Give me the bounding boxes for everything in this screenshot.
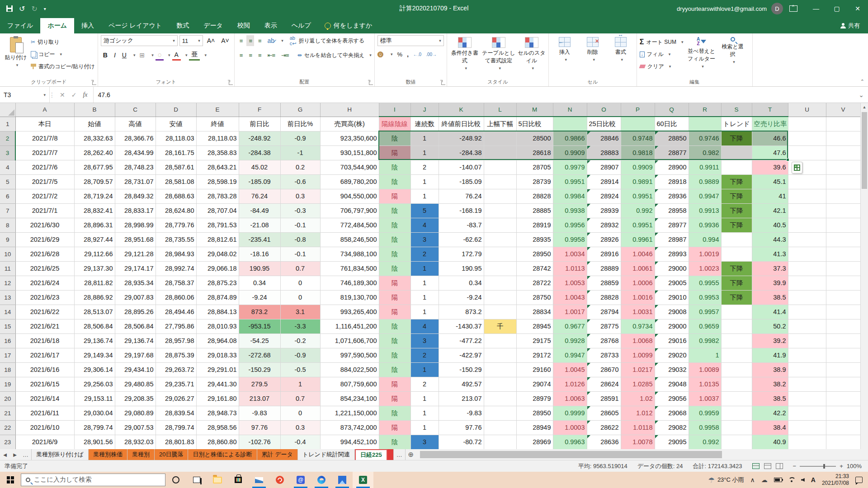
copy-button[interactable]: コピー ▾ <box>31 49 95 59</box>
cell-M13[interactable]: 28750 <box>516 290 553 305</box>
cell-V14[interactable] <box>826 305 860 319</box>
cell-E3[interactable]: 28,358.83 <box>196 145 239 160</box>
cell-J1[interactable]: 連続数 <box>410 117 439 131</box>
cell-D4[interactable]: 28,587.61 <box>156 160 196 174</box>
cell-U3[interactable] <box>788 145 826 160</box>
cell-C4[interactable]: 28,748.23 <box>115 160 156 174</box>
column-header-O[interactable]: O <box>587 103 621 117</box>
cell-Q20[interactable]: 29056 <box>655 391 689 406</box>
cell-L18[interactable] <box>484 362 516 377</box>
cell-B5[interactable]: 28,709.57 <box>74 174 115 189</box>
cell-L22[interactable] <box>484 420 516 435</box>
decrease-font-icon[interactable]: A˅ <box>219 35 231 46</box>
cell-K4[interactable]: -140.07 <box>439 160 484 174</box>
cell-K14[interactable]: 873.2 <box>439 305 484 319</box>
cell-Q9[interactable]: 28987 <box>655 232 689 247</box>
sheet-tab-…[interactable]: … <box>20 449 32 460</box>
scroll-up-icon[interactable]: ▲ <box>861 103 868 111</box>
cell-M7[interactable]: 28885 <box>516 203 553 218</box>
cell-C18[interactable]: 29,434.10 <box>115 362 156 377</box>
cell-G11[interactable]: 0.7 <box>280 261 320 276</box>
sheet-tab-業種別[interactable]: 業種別 <box>127 449 155 460</box>
cell-M12[interactable]: 28722 <box>516 276 553 290</box>
avatar[interactable]: D <box>771 3 783 14</box>
cell-G12[interactable]: 0 <box>280 276 320 290</box>
cell-D1[interactable]: 安値 <box>156 117 196 131</box>
taskbar-app-red-app[interactable] <box>269 472 290 488</box>
page-break-view-icon[interactable] <box>776 463 783 469</box>
cell-N16[interactable]: 0.9928 <box>553 333 587 348</box>
delete-cells-button[interactable]: 削除▾ <box>580 35 606 78</box>
zoom-out-icon[interactable]: − <box>793 463 797 469</box>
cell-M6[interactable]: 28828 <box>516 189 553 203</box>
cell-R22[interactable]: 0.9958 <box>689 420 721 435</box>
cell-G22[interactable]: 0.3 <box>280 420 320 435</box>
row-header-4[interactable]: 4 <box>0 160 15 174</box>
taskbar-app-edge[interactable] <box>311 472 332 488</box>
cell-B12[interactable]: 28,811.82 <box>74 276 115 290</box>
cell-K20[interactable]: 213.07 <box>439 391 484 406</box>
cell-P12[interactable]: 1.0006 <box>621 276 655 290</box>
cell-V16[interactable] <box>826 333 860 348</box>
vertical-scrollbar[interactable]: ▲ <box>860 103 868 449</box>
cell-N5[interactable]: 0.9951 <box>553 174 587 189</box>
cell-H20[interactable]: 854,234,100 <box>320 391 379 406</box>
cell-F12[interactable]: 0.34 <box>239 276 280 290</box>
cell-G7[interactable]: -0.3 <box>280 203 320 218</box>
cell-D10[interactable]: 28,984.93 <box>156 247 196 261</box>
cell-J9[interactable]: 3 <box>410 232 439 247</box>
cell-L13[interactable] <box>484 290 516 305</box>
cell-L8[interactable] <box>484 218 516 232</box>
cell-S4[interactable] <box>721 160 752 174</box>
clipboard-dialog-launcher-icon[interactable] <box>92 81 96 85</box>
cell-S5[interactable]: 下降 <box>721 174 752 189</box>
cell-V17[interactable] <box>826 348 860 362</box>
cell-A14[interactable]: 2021/6/22 <box>15 305 74 319</box>
cell-B17[interactable]: 29,149.34 <box>74 348 115 362</box>
cell-C10[interactable]: 29,121.28 <box>115 247 156 261</box>
cell-F9[interactable]: -235.41 <box>239 232 280 247</box>
cell-B7[interactable]: 28,832.41 <box>74 203 115 218</box>
cell-J3[interactable]: 1 <box>410 145 439 160</box>
cell-F22[interactable]: 97.76 <box>239 420 280 435</box>
cell-U10[interactable] <box>788 247 826 261</box>
cell-P23[interactable]: 1.0078 <box>621 435 655 449</box>
cell-U9[interactable] <box>788 232 826 247</box>
sheet-nav-left-icon[interactable]: ◀ <box>0 449 10 460</box>
cell-B9[interactable]: 28,927.44 <box>74 232 115 247</box>
cell-G2[interactable]: -0.9 <box>280 131 320 145</box>
cell-D18[interactable]: 29,263.72 <box>156 362 196 377</box>
cell-S8[interactable]: 下降 <box>721 218 752 232</box>
cell-R11[interactable]: 1.0023 <box>689 261 721 276</box>
cell-C13[interactable]: 29,007.83 <box>115 290 156 305</box>
cell-C19[interactable]: 29,480.85 <box>115 377 156 391</box>
cell-K15[interactable]: -1430.37 <box>439 319 484 333</box>
share-button[interactable]: 共有 <box>840 22 868 33</box>
cell-A4[interactable]: 2021/7/6 <box>15 160 74 174</box>
row-header-16[interactable]: 16 <box>0 333 15 348</box>
cell-O13[interactable]: 28828 <box>587 290 621 305</box>
cell-K5[interactable]: -185.09 <box>439 174 484 189</box>
cell-A2[interactable]: 2021/7/8 <box>15 131 74 145</box>
tab-view[interactable]: 表示 <box>257 18 284 33</box>
bold-button[interactable]: B <box>101 50 110 61</box>
cell-E20[interactable]: 29,161.80 <box>196 391 239 406</box>
cell-K12[interactable]: 0.34 <box>439 276 484 290</box>
cell-V10[interactable] <box>826 247 860 261</box>
column-header-C[interactable]: C <box>115 103 156 117</box>
cell-H8[interactable]: 772,484,500 <box>320 218 379 232</box>
cell-K11[interactable]: 190.95 <box>439 261 484 276</box>
cell-Q10[interactable]: 28993 <box>655 247 689 261</box>
cell-Q2[interactable]: 28850 <box>655 131 689 145</box>
taskbar-weather[interactable]: ☂ 23°C 小雨 <box>708 476 744 484</box>
cell-F23[interactable]: -102.76 <box>239 435 280 449</box>
cell-T15[interactable]: 50.2 <box>752 319 788 333</box>
undo-icon[interactable]: ↺ <box>19 5 25 13</box>
cell-Q18[interactable]: 29032 <box>655 362 689 377</box>
cell-K17[interactable]: -422.97 <box>439 348 484 362</box>
cell-E1[interactable]: 終値 <box>196 117 239 131</box>
cell-V9[interactable] <box>826 232 860 247</box>
notification-center-icon[interactable] <box>855 477 863 483</box>
cell-B16[interactable]: 29,136.74 <box>74 333 115 348</box>
column-header-E[interactable]: E <box>196 103 239 117</box>
